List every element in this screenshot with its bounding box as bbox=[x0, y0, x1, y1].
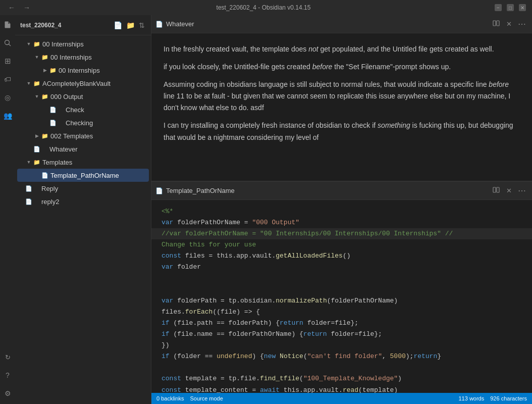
folder-icon: 📁 bbox=[41, 54, 48, 61]
code-token: }) bbox=[162, 340, 170, 351]
search-icon[interactable] bbox=[2, 37, 13, 48]
code-token: var bbox=[162, 217, 177, 228]
code-token: Notice bbox=[280, 351, 303, 362]
paragraph-1: In the freshly created vault, the templa… bbox=[164, 43, 520, 55]
forward-button[interactable]: → bbox=[21, 3, 32, 13]
code-token: forEach bbox=[185, 307, 213, 318]
sidebar-action-buttons: 📄 📁 ⇅ bbox=[113, 20, 146, 30]
code-editor[interactable]: <%* var folderPathOrName = "000 Output" … bbox=[151, 200, 532, 393]
code-token: "000 Output" bbox=[252, 217, 299, 228]
close-button[interactable]: ✕ bbox=[519, 4, 526, 11]
sidebar-item-internships-3[interactable]: ▶ 📁 00 Internships bbox=[17, 64, 149, 77]
sidebar-bottom-icons: ↻ ? ⚙ bbox=[2, 351, 13, 404]
reading-view-button[interactable] bbox=[490, 18, 502, 30]
code-line: var folder bbox=[151, 262, 532, 273]
sidebar-item-internships-2[interactable]: ▼ 📁 00 Internships bbox=[17, 50, 149, 64]
bottom-pane: 📄 Template_PathOrName ✕ ⋯ <%* var folde bbox=[151, 181, 532, 393]
source-mode-label[interactable]: Source mode bbox=[190, 395, 223, 401]
code-token: if bbox=[162, 351, 173, 362]
sidebar-item-internships-1[interactable]: ▼ 📁 00 Internships bbox=[17, 37, 149, 50]
code-token: ); bbox=[406, 351, 414, 362]
sidebar-item-check[interactable]: 📄 Check bbox=[17, 103, 149, 116]
code-token: ((file) => { bbox=[212, 307, 260, 318]
code-token: var bbox=[162, 295, 177, 307]
backlinks-count[interactable]: 0 backlinks bbox=[156, 395, 184, 401]
minimize-button[interactable]: − bbox=[495, 4, 502, 11]
file-sidebar: test_220602_4 📄 📁 ⇅ ▼ 📁 00 Internships ▼… bbox=[15, 15, 151, 404]
window-title: test_220602_4 - Obsidian v0.14.15 bbox=[32, 4, 495, 11]
sidebar-item-reply2[interactable]: 📄 reply2 bbox=[17, 195, 149, 208]
back-button[interactable]: ← bbox=[6, 3, 17, 13]
tags-icon[interactable]: 🏷 bbox=[2, 74, 13, 85]
file-icon: 📄 bbox=[155, 187, 163, 194]
arrow-down-icon: ▼ bbox=[33, 93, 40, 100]
code-token: () bbox=[343, 250, 351, 262]
sidebar-item-label: 00 Internships bbox=[59, 67, 100, 74]
file-icon: 📄 bbox=[49, 106, 57, 113]
code-line: if (file.name == folderPathOrName) {retu… bbox=[151, 329, 532, 340]
bottom-pane-more-button[interactable]: ⋯ bbox=[516, 185, 528, 196]
code-line: var folderPathOrName = "000 Output" bbox=[151, 217, 532, 228]
sync-icon[interactable]: ↻ bbox=[2, 351, 13, 363]
code-token: const bbox=[162, 373, 185, 384]
settings-icon[interactable]: ⚙ bbox=[2, 388, 13, 399]
sidebar-item-acompletely[interactable]: ▼ 📁 ACompletelyBlankVault bbox=[17, 77, 149, 90]
char-count: 926 characters bbox=[490, 395, 527, 401]
top-pane-content[interactable]: In the freshly created vault, the templa… bbox=[151, 33, 532, 181]
arrow-right-icon: ▶ bbox=[41, 67, 48, 74]
file-icon: 📄 bbox=[41, 172, 48, 179]
code-line: var folderPath = tp.obsidian.normalizePa… bbox=[151, 295, 532, 307]
sidebar-item-label: Checking bbox=[66, 119, 93, 127]
code-token: folder bbox=[177, 262, 201, 273]
code-token: var bbox=[162, 262, 177, 273]
new-note-button[interactable]: 📄 bbox=[113, 20, 123, 30]
status-left: 0 backlinks Source mode bbox=[156, 395, 223, 401]
sidebar-item-label: Check bbox=[66, 106, 84, 114]
sort-button[interactable]: ⇅ bbox=[138, 20, 146, 30]
files-icon[interactable] bbox=[2, 19, 13, 30]
sidebar-item-000output[interactable]: ▼ 📁 000 Output bbox=[17, 90, 149, 103]
sidebar-item-label: 00 Internships bbox=[50, 54, 92, 61]
top-pane-header: 📄 Whatever ✕ ⋯ bbox=[151, 15, 532, 33]
sidebar-item-label: Whatever bbox=[49, 145, 78, 153]
bookmarks-icon[interactable]: ⊞ bbox=[2, 56, 13, 67]
sidebar-item-template-path[interactable]: 📄 Template_PathOrName bbox=[17, 169, 149, 182]
sidebar-item-label: 000 Output bbox=[50, 93, 83, 100]
code-line: const template = tp.file.find_tfile("100… bbox=[151, 373, 532, 384]
maximize-button[interactable]: □ bbox=[507, 4, 514, 11]
sidebar-item-reply[interactable]: 📄 Reply bbox=[17, 182, 149, 195]
sidebar-item-002templates[interactable]: ▶ 📁 002 Templates bbox=[17, 129, 149, 142]
help-icon[interactable]: ? bbox=[2, 370, 13, 381]
sidebar-item-templates[interactable]: ▼ 📁 Templates bbox=[17, 156, 149, 169]
code-token: 5000 bbox=[390, 351, 406, 362]
arrow-down-icon: ▼ bbox=[33, 54, 40, 61]
arrow-down-icon: ▼ bbox=[25, 159, 32, 166]
code-line: Change this for your use bbox=[151, 239, 532, 250]
code-token: (file.path == folderPath) { bbox=[173, 318, 280, 329]
top-pane-close-button[interactable]: ✕ bbox=[504, 19, 514, 29]
code-token: files = this.app.vault. bbox=[185, 250, 276, 262]
folder-icon: 📁 bbox=[33, 80, 40, 87]
community-icon[interactable]: 👥 bbox=[2, 110, 13, 121]
svg-rect-3 bbox=[497, 21, 499, 26]
code-token: const bbox=[162, 385, 185, 393]
new-folder-button[interactable]: 📁 bbox=[125, 20, 136, 30]
status-bar: 0 backlinks Source mode 113 words 926 ch… bbox=[151, 393, 532, 404]
code-token: return bbox=[413, 351, 437, 362]
sidebar-item-label: reply2 bbox=[41, 198, 59, 206]
sidebar-item-whatever[interactable]: 📄 Whatever bbox=[17, 142, 149, 156]
top-pane-actions: ✕ ⋯ bbox=[490, 18, 528, 30]
code-token: files. bbox=[162, 307, 185, 318]
titlebar: ← → test_220602_4 - Obsidian v0.14.15 − … bbox=[0, 0, 532, 15]
arrow-down-icon: ▼ bbox=[25, 80, 32, 87]
sidebar-item-checking[interactable]: 📄 Checking bbox=[17, 116, 149, 129]
code-token: const bbox=[162, 250, 185, 262]
reading-view-button-2[interactable] bbox=[490, 185, 502, 196]
code-token: ( bbox=[299, 373, 303, 384]
code-line: files.forEach((file) => { bbox=[151, 307, 532, 318]
svg-rect-2 bbox=[493, 21, 496, 26]
bottom-pane-close-button[interactable]: ✕ bbox=[504, 186, 514, 195]
vault-name: test_220602_4 bbox=[20, 22, 61, 29]
graph-icon[interactable]: ◎ bbox=[2, 92, 13, 103]
top-pane-more-button[interactable]: ⋯ bbox=[516, 18, 528, 30]
